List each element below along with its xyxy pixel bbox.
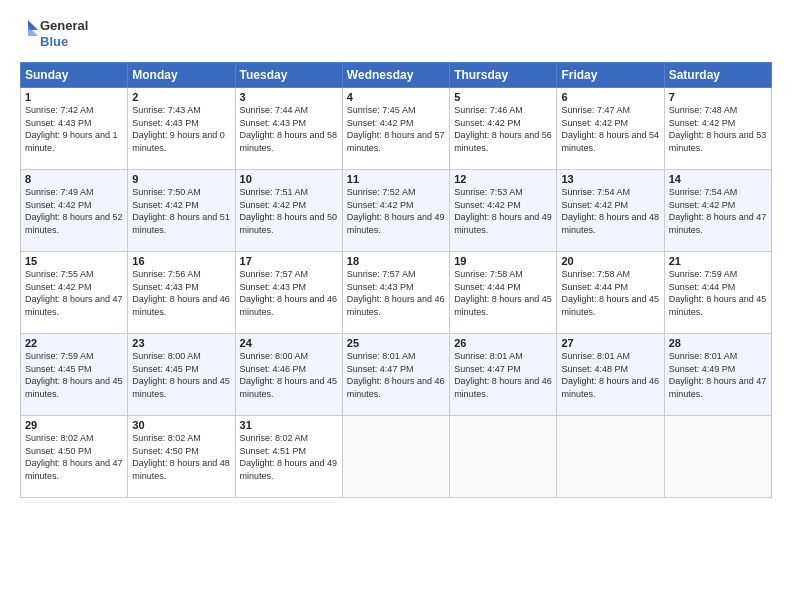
sunrise-text: Sunrise: 7:57 AM [240,268,338,281]
sunrise-text: Sunrise: 7:45 AM [347,104,445,117]
daylight-text: Daylight: 9 hours and 1 minute. [25,129,123,154]
daylight-text: Daylight: 8 hours and 57 minutes. [347,129,445,154]
cell-info: Sunrise: 8:02 AM Sunset: 4:50 PM Dayligh… [25,432,123,482]
daylight-text: Daylight: 8 hours and 53 minutes. [669,129,767,154]
daylight-text: Daylight: 8 hours and 47 minutes. [669,375,767,400]
weekday-header-monday: Monday [128,63,235,88]
daylight-text: Daylight: 8 hours and 46 minutes. [132,293,230,318]
daylight-text: Daylight: 8 hours and 54 minutes. [561,129,659,154]
day-number: 13 [561,173,659,185]
calendar-cell: 26 Sunrise: 8:01 AM Sunset: 4:47 PM Dayl… [450,334,557,416]
day-number: 26 [454,337,552,349]
sunset-text: Sunset: 4:42 PM [347,199,445,212]
cell-info: Sunrise: 8:02 AM Sunset: 4:50 PM Dayligh… [132,432,230,482]
sunset-text: Sunset: 4:43 PM [347,281,445,294]
day-number: 19 [454,255,552,267]
sunrise-text: Sunrise: 7:54 AM [561,186,659,199]
cell-info: Sunrise: 8:01 AM Sunset: 4:48 PM Dayligh… [561,350,659,400]
sunset-text: Sunset: 4:42 PM [561,117,659,130]
daylight-text: Daylight: 8 hours and 46 minutes. [347,375,445,400]
day-number: 30 [132,419,230,431]
cell-info: Sunrise: 7:51 AM Sunset: 4:42 PM Dayligh… [240,186,338,236]
calendar-cell: 4 Sunrise: 7:45 AM Sunset: 4:42 PM Dayli… [342,88,449,170]
calendar-cell [557,416,664,498]
cell-info: Sunrise: 8:00 AM Sunset: 4:45 PM Dayligh… [132,350,230,400]
calendar-cell: 31 Sunrise: 8:02 AM Sunset: 4:51 PM Dayl… [235,416,342,498]
day-number: 4 [347,91,445,103]
cell-info: Sunrise: 7:54 AM Sunset: 4:42 PM Dayligh… [561,186,659,236]
sunset-text: Sunset: 4:42 PM [240,199,338,212]
week-row-5: 29 Sunrise: 8:02 AM Sunset: 4:50 PM Dayl… [21,416,772,498]
daylight-text: Daylight: 8 hours and 52 minutes. [25,211,123,236]
calendar-table: SundayMondayTuesdayWednesdayThursdayFrid… [20,62,772,498]
day-number: 9 [132,173,230,185]
cell-info: Sunrise: 7:48 AM Sunset: 4:42 PM Dayligh… [669,104,767,154]
weekday-header-wednesday: Wednesday [342,63,449,88]
calendar-cell: 25 Sunrise: 8:01 AM Sunset: 4:47 PM Dayl… [342,334,449,416]
sunrise-text: Sunrise: 7:48 AM [669,104,767,117]
cell-info: Sunrise: 7:58 AM Sunset: 4:44 PM Dayligh… [561,268,659,318]
cell-info: Sunrise: 7:53 AM Sunset: 4:42 PM Dayligh… [454,186,552,236]
calendar-cell: 5 Sunrise: 7:46 AM Sunset: 4:42 PM Dayli… [450,88,557,170]
calendar-cell [664,416,771,498]
day-number: 12 [454,173,552,185]
weekday-header-tuesday: Tuesday [235,63,342,88]
sunrise-text: Sunrise: 8:01 AM [454,350,552,363]
sunset-text: Sunset: 4:44 PM [669,281,767,294]
sunset-text: Sunset: 4:42 PM [561,199,659,212]
sunrise-text: Sunrise: 7:56 AM [132,268,230,281]
sunset-text: Sunset: 4:43 PM [132,117,230,130]
sunset-text: Sunset: 4:42 PM [669,117,767,130]
day-number: 23 [132,337,230,349]
calendar-cell [450,416,557,498]
daylight-text: Daylight: 8 hours and 50 minutes. [240,211,338,236]
sunset-text: Sunset: 4:51 PM [240,445,338,458]
sunrise-text: Sunrise: 7:49 AM [25,186,123,199]
weekday-header-thursday: Thursday [450,63,557,88]
sunset-text: Sunset: 4:47 PM [454,363,552,376]
sunset-text: Sunset: 4:42 PM [454,199,552,212]
calendar-cell: 27 Sunrise: 8:01 AM Sunset: 4:48 PM Dayl… [557,334,664,416]
weekday-header-sunday: Sunday [21,63,128,88]
weekday-header-row: SundayMondayTuesdayWednesdayThursdayFrid… [21,63,772,88]
cell-info: Sunrise: 7:50 AM Sunset: 4:42 PM Dayligh… [132,186,230,236]
daylight-text: Daylight: 8 hours and 49 minutes. [240,457,338,482]
sunset-text: Sunset: 4:43 PM [240,117,338,130]
sunrise-text: Sunrise: 7:59 AM [25,350,123,363]
calendar-cell: 11 Sunrise: 7:52 AM Sunset: 4:42 PM Dayl… [342,170,449,252]
day-number: 1 [25,91,123,103]
sunrise-text: Sunrise: 8:01 AM [347,350,445,363]
day-number: 20 [561,255,659,267]
daylight-text: Daylight: 9 hours and 0 minutes. [132,129,230,154]
cell-info: Sunrise: 8:02 AM Sunset: 4:51 PM Dayligh… [240,432,338,482]
calendar-cell: 29 Sunrise: 8:02 AM Sunset: 4:50 PM Dayl… [21,416,128,498]
week-row-2: 8 Sunrise: 7:49 AM Sunset: 4:42 PM Dayli… [21,170,772,252]
day-number: 2 [132,91,230,103]
day-number: 24 [240,337,338,349]
sunset-text: Sunset: 4:44 PM [561,281,659,294]
day-number: 3 [240,91,338,103]
calendar-cell: 1 Sunrise: 7:42 AM Sunset: 4:43 PM Dayli… [21,88,128,170]
cell-info: Sunrise: 7:56 AM Sunset: 4:43 PM Dayligh… [132,268,230,318]
day-number: 21 [669,255,767,267]
daylight-text: Daylight: 8 hours and 48 minutes. [561,211,659,236]
day-number: 10 [240,173,338,185]
sunrise-text: Sunrise: 7:46 AM [454,104,552,117]
sunset-text: Sunset: 4:43 PM [25,117,123,130]
calendar-cell: 21 Sunrise: 7:59 AM Sunset: 4:44 PM Dayl… [664,252,771,334]
cell-info: Sunrise: 7:47 AM Sunset: 4:42 PM Dayligh… [561,104,659,154]
sunrise-text: Sunrise: 7:47 AM [561,104,659,117]
calendar-cell: 9 Sunrise: 7:50 AM Sunset: 4:42 PM Dayli… [128,170,235,252]
daylight-text: Daylight: 8 hours and 47 minutes. [25,457,123,482]
sunset-text: Sunset: 4:43 PM [132,281,230,294]
calendar-cell: 16 Sunrise: 7:56 AM Sunset: 4:43 PM Dayl… [128,252,235,334]
week-row-4: 22 Sunrise: 7:59 AM Sunset: 4:45 PM Dayl… [21,334,772,416]
calendar-cell: 20 Sunrise: 7:58 AM Sunset: 4:44 PM Dayl… [557,252,664,334]
sunrise-text: Sunrise: 7:51 AM [240,186,338,199]
cell-info: Sunrise: 7:57 AM Sunset: 4:43 PM Dayligh… [347,268,445,318]
calendar-cell: 3 Sunrise: 7:44 AM Sunset: 4:43 PM Dayli… [235,88,342,170]
calendar-cell: 17 Sunrise: 7:57 AM Sunset: 4:43 PM Dayl… [235,252,342,334]
cell-info: Sunrise: 7:44 AM Sunset: 4:43 PM Dayligh… [240,104,338,154]
day-number: 22 [25,337,123,349]
logo-line2: Blue [40,34,88,50]
